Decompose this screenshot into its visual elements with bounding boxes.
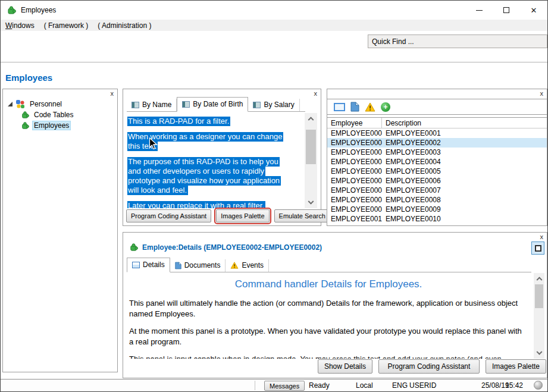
- filter-paragraph: This is a RAD-PAD for a filter.: [127, 117, 289, 126]
- statusbar-divider: [255, 381, 255, 390]
- list-panel-close-icon[interactable]: x: [540, 90, 544, 97]
- warning-icon: [230, 262, 239, 269]
- details-content[interactable]: Command handler Details for Employees. T…: [126, 273, 531, 359]
- show-details-button[interactable]: Show Details: [318, 359, 372, 374]
- filter-paragraph: Later you can replace it with a real fil…: [127, 201, 289, 208]
- tab-label: Documents: [184, 261, 221, 269]
- filter-panel-close-icon[interactable]: x: [314, 90, 318, 97]
- filter-scrollbar[interactable]: [305, 113, 317, 208]
- details-paragraph: At the moment this panel is a prototype.…: [129, 326, 528, 347]
- tree-node-personnel[interactable]: Personnel: [3, 99, 117, 109]
- table-row[interactable]: EMPLOYEE0005EMPLOYEE0005: [327, 167, 547, 176]
- details-panel-close-icon[interactable]: x: [540, 234, 544, 240]
- table-row[interactable]: EMPLOYEE0007EMPLOYEE0007: [327, 186, 547, 195]
- table-row[interactable]: EMPLOYEE0002EMPLOYEE0002: [327, 138, 547, 148]
- tree-node-label: Code Tables: [32, 110, 76, 120]
- scroll-up-icon[interactable]: [534, 273, 544, 283]
- employee-cell: EMPLOYEE0002: [327, 138, 382, 148]
- warning-icon[interactable]: [365, 102, 375, 112]
- details-header: Employee:Details (EMPLOYEE0002-EMPLOYEE0…: [129, 243, 322, 252]
- images-palette-button[interactable]: Images Palette: [216, 209, 269, 222]
- tab-documents[interactable]: Documents: [170, 259, 226, 272]
- menu-windows[interactable]: Windows: [1, 20, 39, 31]
- tab-events[interactable]: Events: [226, 259, 269, 272]
- details-tab-icon: [132, 262, 140, 268]
- images-palette-button[interactable]: Images Palette: [486, 359, 546, 374]
- close-icon: ✕: [531, 7, 537, 14]
- program-coding-assistant-button[interactable]: Program Coding Assistant: [126, 209, 211, 222]
- tab-by-salary[interactable]: By Salary: [248, 99, 299, 111]
- table-header: Employee Description: [327, 118, 547, 128]
- tab-label: By Salary: [264, 101, 294, 109]
- tab-label: Events: [242, 261, 264, 269]
- tab-by-date-of-birth[interactable]: By Date of Birth: [177, 97, 248, 112]
- tab-by-name[interactable]: By Name: [127, 99, 177, 111]
- tree-panel-close-icon[interactable]: x: [111, 90, 114, 97]
- tab-details[interactable]: Details: [127, 258, 170, 272]
- scroll-down-icon[interactable]: [305, 198, 317, 208]
- panel-icon[interactable]: [334, 103, 345, 111]
- close-button[interactable]: ✕: [520, 1, 547, 20]
- menu-administration[interactable]: ( Administration ): [93, 20, 156, 31]
- quick-find-input[interactable]: Quick Find ...: [368, 35, 547, 48]
- table-row[interactable]: EMPLOYEE0004EMPLOYEE0004: [327, 157, 547, 167]
- program-coding-assistant-button[interactable]: Program Coding Assistant: [378, 359, 480, 374]
- scroll-up-icon[interactable]: [305, 113, 317, 123]
- table-row[interactable]: EMPLOYEE0003EMPLOYEE0003: [327, 148, 547, 157]
- maximize-panel-icon: [535, 245, 541, 252]
- filter-tab-icon: [131, 102, 139, 108]
- table-row[interactable]: EMPLOYEE0009EMPLOYEE0009: [327, 205, 547, 214]
- employee-cell: EMPLOYEE0008: [327, 195, 382, 205]
- document-icon[interactable]: [350, 102, 359, 112]
- titlebar: Employees ✕: [1, 1, 547, 20]
- messages-button[interactable]: Messages: [264, 381, 305, 391]
- details-tabstrip: Details Documents Events: [127, 258, 531, 272]
- navigation-tree-panel: x Personnel Code Tables: [2, 89, 118, 372]
- filter-tab-icon: [253, 102, 261, 108]
- details-paragraphs: This panel will ultimately handle the ac…: [129, 298, 528, 359]
- table-row[interactable]: EMPLOYEE0008EMPLOYEE0008: [327, 195, 547, 205]
- description-cell: EMPLOYEE0006: [382, 176, 547, 186]
- status-connection: Local: [356, 381, 373, 390]
- filter-tabstrip: By Name By Date of Birth By Salary: [127, 97, 305, 112]
- add-icon[interactable]: +: [381, 102, 390, 112]
- filter-paragraph: The purpose of this RAD-PAD is to help y…: [127, 157, 289, 195]
- status-time: 15:42: [505, 381, 523, 390]
- minimize-button[interactable]: [465, 1, 493, 20]
- tab-label: By Date of Birth: [193, 100, 243, 108]
- description-cell: EMPLOYEE0005: [382, 167, 547, 176]
- employee-cell: EMPLOYEE0010: [327, 214, 382, 224]
- description-cell: EMPLOYEE0009: [382, 205, 547, 214]
- emulate-search-button[interactable]: Emulate Search: [274, 209, 330, 222]
- tree-node-employees[interactable]: Employees: [3, 120, 117, 130]
- menu-framework[interactable]: ( Framework ): [39, 20, 93, 31]
- description-cell: EMPLOYEE0004: [382, 157, 547, 167]
- tree-node-code-tables[interactable]: Code Tables: [3, 109, 117, 120]
- details-scrollbar[interactable]: [534, 273, 544, 359]
- employee-cell: EMPLOYEE0003: [327, 148, 382, 157]
- column-header-description[interactable]: Description: [382, 118, 547, 128]
- maximize-button[interactable]: [493, 1, 520, 20]
- personnel-icon: [15, 99, 25, 109]
- column-header-employee[interactable]: Employee: [327, 118, 382, 128]
- filter-paragraph: When working as a designer you can chang…: [127, 132, 289, 151]
- panel-maximize-button[interactable]: [531, 242, 544, 255]
- employee-list-panel: x + Employee Description EMPLOYEE0001EMP…: [327, 89, 547, 226]
- page-title: Employees: [5, 73, 52, 83]
- filter-text[interactable]: This is a RAD-PAD for a filter.When work…: [127, 113, 289, 208]
- scroll-down-icon[interactable]: [534, 349, 544, 359]
- puzzle-icon: [21, 111, 29, 119]
- tree-expander-icon[interactable]: [8, 102, 12, 106]
- app-window: Employees ✕ Windows ( Framework ) ( Admi…: [0, 0, 548, 392]
- scroll-thumb[interactable]: [306, 130, 316, 164]
- table-row[interactable]: EMPLOYEE0010EMPLOYEE0010: [327, 214, 547, 224]
- puzzle-icon: [129, 243, 138, 252]
- status-indicator-icon: [534, 381, 543, 390]
- app-icon: [7, 5, 16, 15]
- description-cell: EMPLOYEE0001: [382, 128, 547, 138]
- table-row[interactable]: EMPLOYEE0001EMPLOYEE0001: [327, 128, 547, 138]
- scroll-thumb[interactable]: [535, 284, 543, 308]
- table-row[interactable]: EMPLOYEE0006EMPLOYEE0006: [327, 176, 547, 186]
- description-cell: EMPLOYEE0008: [382, 195, 547, 205]
- toolbar-divider: [1, 62, 547, 62]
